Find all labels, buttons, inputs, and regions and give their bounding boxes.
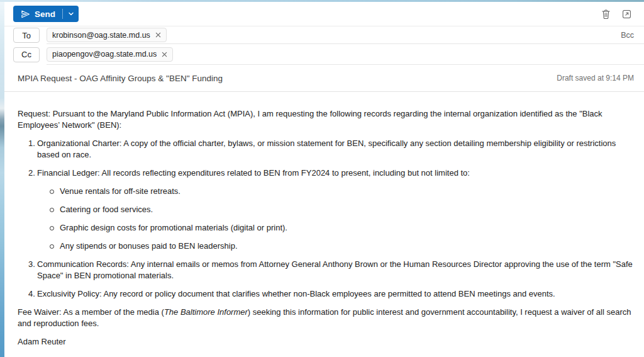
cc-field[interactable]: piaopengov@oag.state.md.us [47,44,644,65]
send-icon [21,9,30,19]
bullet-icon [50,226,54,230]
fee-waiver-publication: The Baltimore Informer [164,307,248,317]
list-number: 3. [28,259,37,281]
numbered-item: 1. Organizational Charter: A copy of the… [28,138,635,161]
body-paragraph: Request: Pursuant to the Maryland Public… [18,108,635,131]
bullet-text: Catering or food services. [60,204,153,215]
outlook-compose-window: Send To krobinson@oag.state.md.us Bcc Cc… [0,0,644,357]
cc-recipient-chip[interactable]: piaopengov@oag.state.md.us [47,47,173,62]
bcc-toggle[interactable]: Bcc [621,31,634,40]
chevron-down-icon [68,11,74,17]
to-button[interactable]: To [13,28,40,43]
cc-button[interactable]: Cc [13,47,40,62]
signature-name: Adam Reuter [18,336,635,348]
remove-recipient-icon[interactable] [162,52,167,57]
recipient-email: piaopengov@oag.state.md.us [52,50,157,59]
draft-status: Draft saved at 9:14 PM [557,74,634,82]
numbered-item: 4. Exclusivity Policy: Any record or pol… [28,288,635,300]
bullet-item: Any stipends or bonuses paid to BEN lead… [50,241,635,252]
bullet-icon [50,208,54,212]
compose-pane: Send To krobinson@oag.state.md.us Bcc Cc… [4,2,644,357]
send-button[interactable]: Send [13,6,62,22]
fee-waiver-pre: Fee Waiver: As a member of the media ( [18,307,164,317]
list-number: 1. [28,138,37,161]
bullet-text: Venue rentals for off-site retreats. [60,186,180,197]
bullet-item: Graphic design costs for promotional mat… [50,222,635,234]
numbered-item: 2. Financial Ledger: All records reflect… [28,167,635,179]
fee-waiver-paragraph: Fee Waiver: As a member of the media (Th… [18,307,635,329]
compose-toolbar: Send [4,2,644,26]
recipient-email: krobinson@oag.state.md.us [52,31,150,40]
list-number: 4. [28,288,37,300]
background-left-strip [0,2,4,357]
to-field[interactable]: krobinson@oag.state.md.us Bcc [47,26,644,44]
discard-draft-button[interactable] [600,8,612,21]
bullet-item: Catering or food services. [50,204,635,215]
numbered-item: 3. Communication Records: Any internal e… [28,259,635,281]
send-button-label: Send [35,9,55,19]
list-text: Communication Records: Any internal emai… [37,259,635,281]
send-options-button[interactable] [63,6,79,22]
subject-input[interactable]: MPIA Request - OAG Affinity Groups & "BE… [18,74,557,83]
toolbar-right-actions [600,8,633,21]
list-text: Financial Ledger: All records reflecting… [37,167,635,179]
trash-icon [601,9,611,20]
bullet-icon [50,190,54,194]
signature-organization: The Baltimore Informer [18,354,635,357]
bullet-text: Graphic design costs for promotional mat… [60,222,287,234]
to-recipient-chip[interactable]: krobinson@oag.state.md.us [47,28,167,42]
bullet-item: Venue rentals for off-site retreats. [50,186,635,197]
message-body[interactable]: Request: Pursuant to the Maryland Public… [4,92,644,357]
list-text: Exclusivity Policy: Any record or policy… [37,288,635,300]
bullet-text: Any stipends or bonuses paid to BEN lead… [60,241,238,252]
bullet-icon [50,244,54,249]
subject-row: MPIA Request - OAG Affinity Groups & "BE… [4,65,644,92]
open-in-new-window-button[interactable] [621,8,633,20]
cc-row: Cc piaopengov@oag.state.md.us [4,44,644,65]
remove-recipient-icon[interactable] [155,32,161,38]
list-text: Organizational Charter: A copy of the of… [37,138,635,161]
to-row: To krobinson@oag.state.md.us Bcc [4,26,644,44]
send-split-button: Send [13,6,79,22]
open-in-new-window-icon [622,9,631,19]
list-number: 2. [28,167,37,179]
